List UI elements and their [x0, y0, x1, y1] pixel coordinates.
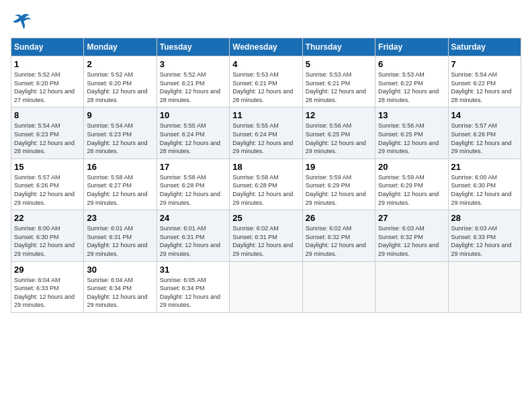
day-info: Sunrise: 5:59 AM Sunset: 6:29 PM Dayligh…: [306, 173, 372, 207]
day-number: 25: [232, 213, 299, 223]
calendar-day-cell: 17 Sunrise: 5:58 AM Sunset: 6:28 PM Dayl…: [157, 158, 229, 210]
calendar-day-cell: 18 Sunrise: 5:58 AM Sunset: 6:28 PM Dayl…: [230, 158, 302, 210]
header-sunday: Sunday: [11, 38, 84, 56]
calendar-day-cell: 30 Sunrise: 6:04 AM Sunset: 6:34 PM Dayl…: [84, 261, 157, 312]
calendar-day-cell: 27 Sunrise: 6:03 AM Sunset: 6:32 PM Dayl…: [375, 210, 448, 261]
calendar-day-cell: 15 Sunrise: 5:57 AM Sunset: 6:26 PM Dayl…: [11, 158, 84, 210]
day-number: 28: [451, 213, 518, 223]
day-number: 30: [87, 265, 153, 275]
calendar-day-cell: 12 Sunrise: 5:56 AM Sunset: 6:25 PM Dayl…: [302, 107, 375, 158]
day-number: 12: [306, 110, 372, 120]
day-info: Sunrise: 5:55 AM Sunset: 6:24 PM Dayligh…: [232, 122, 299, 155]
day-info: Sunrise: 5:54 AM Sunset: 6:23 PM Dayligh…: [87, 122, 153, 155]
day-info: Sunrise: 5:56 AM Sunset: 6:25 PM Dayligh…: [306, 122, 372, 155]
day-number: 14: [451, 110, 518, 120]
day-number: 11: [232, 110, 299, 120]
day-number: 31: [160, 265, 226, 275]
day-info: Sunrise: 6:01 AM Sunset: 6:31 PM Dayligh…: [87, 224, 153, 258]
calendar-day-cell: [448, 261, 521, 312]
day-number: 26: [306, 213, 372, 223]
calendar-day-cell: 5 Sunrise: 5:53 AM Sunset: 6:21 PM Dayli…: [302, 56, 375, 107]
day-number: 17: [160, 162, 226, 172]
day-number: 10: [160, 110, 226, 120]
day-number: 13: [378, 110, 445, 120]
calendar-day-cell: [375, 261, 448, 312]
calendar-day-cell: 6 Sunrise: 5:53 AM Sunset: 6:22 PM Dayli…: [375, 56, 448, 107]
day-info: Sunrise: 5:59 AM Sunset: 6:29 PM Dayligh…: [378, 173, 445, 207]
header-tuesday: Tuesday: [157, 38, 229, 56]
calendar-week-row: 29 Sunrise: 6:04 AM Sunset: 6:33 PM Dayl…: [11, 261, 521, 312]
day-number: 20: [378, 162, 445, 172]
day-info: Sunrise: 5:54 AM Sunset: 6:23 PM Dayligh…: [14, 122, 81, 155]
calendar-day-cell: 2 Sunrise: 5:52 AM Sunset: 6:20 PM Dayli…: [84, 56, 157, 107]
calendar-day-cell: 29 Sunrise: 6:04 AM Sunset: 6:33 PM Dayl…: [11, 261, 84, 312]
calendar-day-cell: 3 Sunrise: 5:52 AM Sunset: 6:21 PM Dayli…: [157, 56, 229, 107]
day-number: 1: [14, 59, 81, 69]
day-number: 21: [451, 162, 518, 172]
calendar-week-row: 1 Sunrise: 5:52 AM Sunset: 6:20 PM Dayli…: [11, 56, 521, 107]
day-number: 18: [232, 162, 299, 172]
calendar-day-cell: 9 Sunrise: 5:54 AM Sunset: 6:23 PM Dayli…: [84, 107, 157, 158]
day-info: Sunrise: 5:52 AM Sunset: 6:20 PM Dayligh…: [87, 71, 153, 104]
calendar-day-cell: 28 Sunrise: 6:03 AM Sunset: 6:33 PM Dayl…: [448, 210, 521, 261]
day-number: 27: [378, 213, 445, 223]
day-number: 24: [160, 213, 226, 223]
day-number: 5: [306, 59, 372, 69]
day-number: 23: [87, 213, 153, 223]
calendar-day-cell: 1 Sunrise: 5:52 AM Sunset: 6:20 PM Dayli…: [11, 56, 84, 107]
header-thursday: Thursday: [302, 38, 375, 56]
calendar-day-cell: 10 Sunrise: 5:55 AM Sunset: 6:24 PM Dayl…: [157, 107, 229, 158]
calendar-day-cell: 7 Sunrise: 5:54 AM Sunset: 6:22 PM Dayli…: [448, 56, 521, 107]
header-saturday: Saturday: [448, 38, 521, 56]
calendar-day-cell: 31 Sunrise: 6:05 AM Sunset: 6:34 PM Dayl…: [157, 261, 229, 312]
calendar-day-cell: [230, 261, 302, 312]
calendar-day-cell: 13 Sunrise: 5:56 AM Sunset: 6:25 PM Dayl…: [375, 107, 448, 158]
calendar-day-cell: 19 Sunrise: 5:59 AM Sunset: 6:29 PM Dayl…: [302, 158, 375, 210]
day-info: Sunrise: 5:52 AM Sunset: 6:20 PM Dayligh…: [14, 71, 81, 104]
day-info: Sunrise: 5:53 AM Sunset: 6:21 PM Dayligh…: [232, 71, 299, 104]
day-number: 8: [14, 110, 81, 120]
calendar-header-row: SundayMondayTuesdayWednesdayThursdayFrid…: [11, 38, 521, 56]
calendar-week-row: 22 Sunrise: 6:00 AM Sunset: 6:30 PM Dayl…: [11, 210, 521, 261]
day-info: Sunrise: 6:00 AM Sunset: 6:30 PM Dayligh…: [451, 173, 518, 207]
calendar-day-cell: [302, 261, 375, 312]
day-info: Sunrise: 5:57 AM Sunset: 6:26 PM Dayligh…: [451, 122, 518, 155]
day-number: 6: [378, 59, 445, 69]
day-number: 2: [87, 59, 153, 69]
day-info: Sunrise: 5:53 AM Sunset: 6:21 PM Dayligh…: [306, 71, 372, 104]
day-number: 15: [14, 162, 81, 172]
day-info: Sunrise: 6:03 AM Sunset: 6:33 PM Dayligh…: [451, 224, 518, 258]
day-info: Sunrise: 5:52 AM Sunset: 6:21 PM Dayligh…: [160, 71, 226, 104]
day-number: 3: [160, 59, 226, 69]
calendar-day-cell: 25 Sunrise: 6:02 AM Sunset: 6:31 PM Dayl…: [230, 210, 302, 261]
calendar-day-cell: 8 Sunrise: 5:54 AM Sunset: 6:23 PM Dayli…: [11, 107, 84, 158]
day-info: Sunrise: 6:04 AM Sunset: 6:34 PM Dayligh…: [87, 276, 153, 310]
day-info: Sunrise: 6:01 AM Sunset: 6:31 PM Dayligh…: [160, 224, 226, 258]
calendar-day-cell: 26 Sunrise: 6:02 AM Sunset: 6:32 PM Dayl…: [302, 210, 375, 261]
day-info: Sunrise: 6:03 AM Sunset: 6:32 PM Dayligh…: [378, 224, 445, 258]
day-number: 29: [14, 265, 81, 275]
day-info: Sunrise: 5:56 AM Sunset: 6:25 PM Dayligh…: [378, 122, 445, 155]
day-number: 7: [451, 59, 518, 69]
header-wednesday: Wednesday: [230, 38, 302, 56]
calendar-day-cell: 20 Sunrise: 5:59 AM Sunset: 6:29 PM Dayl…: [375, 158, 448, 210]
logo: [11, 11, 35, 32]
day-number: 9: [87, 110, 153, 120]
calendar-week-row: 15 Sunrise: 5:57 AM Sunset: 6:26 PM Dayl…: [11, 158, 521, 210]
header-friday: Friday: [375, 38, 448, 56]
calendar-day-cell: 14 Sunrise: 5:57 AM Sunset: 6:26 PM Dayl…: [448, 107, 521, 158]
calendar-day-cell: 4 Sunrise: 5:53 AM Sunset: 6:21 PM Dayli…: [230, 56, 302, 107]
day-info: Sunrise: 6:04 AM Sunset: 6:33 PM Dayligh…: [14, 276, 81, 310]
day-info: Sunrise: 5:58 AM Sunset: 6:28 PM Dayligh…: [232, 173, 299, 207]
calendar-day-cell: 24 Sunrise: 6:01 AM Sunset: 6:31 PM Dayl…: [157, 210, 229, 261]
day-number: 19: [306, 162, 372, 172]
day-info: Sunrise: 5:55 AM Sunset: 6:24 PM Dayligh…: [160, 122, 226, 155]
day-info: Sunrise: 5:53 AM Sunset: 6:22 PM Dayligh…: [378, 71, 445, 104]
day-info: Sunrise: 5:58 AM Sunset: 6:28 PM Dayligh…: [160, 173, 226, 207]
header-monday: Monday: [84, 38, 157, 56]
day-info: Sunrise: 5:57 AM Sunset: 6:26 PM Dayligh…: [14, 173, 81, 207]
day-info: Sunrise: 5:58 AM Sunset: 6:27 PM Dayligh…: [87, 173, 153, 207]
day-info: Sunrise: 6:00 AM Sunset: 6:30 PM Dayligh…: [14, 224, 81, 258]
header: [11, 11, 521, 32]
day-number: 16: [87, 162, 153, 172]
